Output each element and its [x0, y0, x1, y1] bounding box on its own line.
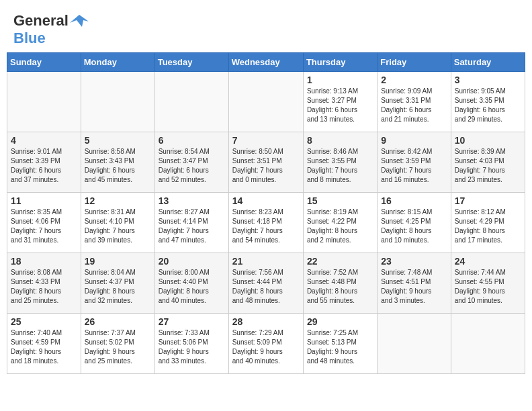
- day-info: Sunrise: 8:27 AM Sunset: 4:14 PM Dayligh…: [159, 208, 225, 245]
- day-info: Sunrise: 8:46 AM Sunset: 3:55 PM Dayligh…: [307, 147, 373, 185]
- calendar-day-cell: 16Sunrise: 8:15 AM Sunset: 4:25 PM Dayli…: [378, 193, 451, 253]
- day-number: 6: [159, 135, 225, 146]
- calendar-day-cell: 26Sunrise: 7:37 AM Sunset: 5:02 PM Dayli…: [81, 314, 154, 374]
- calendar-day-cell: 1Sunrise: 9:13 AM Sunset: 3:27 PM Daylig…: [303, 72, 377, 132]
- calendar-day-cell: 7Sunrise: 8:50 AM Sunset: 3:51 PM Daylig…: [228, 132, 303, 193]
- day-info: Sunrise: 8:19 AM Sunset: 4:22 PM Dayligh…: [307, 208, 373, 245]
- day-info: Sunrise: 8:23 AM Sunset: 4:18 PM Dayligh…: [232, 208, 300, 245]
- day-info: Sunrise: 8:31 AM Sunset: 4:10 PM Dayligh…: [85, 208, 151, 245]
- calendar-day-cell: 3Sunrise: 9:05 AM Sunset: 3:35 PM Daylig…: [451, 72, 525, 132]
- day-number: 2: [381, 75, 447, 85]
- day-info: Sunrise: 8:50 AM Sunset: 3:51 PM Dayligh…: [232, 147, 300, 185]
- calendar-day-cell: 17Sunrise: 8:12 AM Sunset: 4:29 PM Dayli…: [451, 193, 525, 253]
- day-number: 28: [232, 316, 300, 327]
- day-info: Sunrise: 8:42 AM Sunset: 3:59 PM Dayligh…: [381, 147, 447, 185]
- calendar-day-cell: 29Sunrise: 7:25 AM Sunset: 5:13 PM Dayli…: [303, 314, 377, 374]
- day-info: Sunrise: 9:01 AM Sunset: 3:39 PM Dayligh…: [11, 147, 77, 185]
- calendar-day-header: Friday: [378, 53, 451, 72]
- calendar-day-cell: [228, 72, 303, 132]
- day-info: Sunrise: 8:12 AM Sunset: 4:29 PM Dayligh…: [455, 208, 521, 245]
- calendar-week-row: 11Sunrise: 8:35 AM Sunset: 4:06 PM Dayli…: [7, 193, 525, 253]
- calendar-day-cell: 4Sunrise: 9:01 AM Sunset: 3:39 PM Daylig…: [7, 132, 81, 193]
- calendar-header-row: SundayMondayTuesdayWednesdayThursdayFrid…: [7, 53, 525, 72]
- calendar-day-cell: 6Sunrise: 8:54 AM Sunset: 3:47 PM Daylig…: [154, 132, 228, 193]
- day-number: 26: [85, 316, 151, 327]
- day-info: Sunrise: 7:40 AM Sunset: 4:59 PM Dayligh…: [11, 328, 77, 366]
- day-number: 23: [381, 256, 447, 267]
- calendar-day-header: Wednesday: [228, 53, 303, 72]
- day-number: 24: [455, 256, 521, 267]
- day-number: 22: [307, 256, 373, 267]
- calendar-week-row: 4Sunrise: 9:01 AM Sunset: 3:39 PM Daylig…: [7, 132, 525, 193]
- day-info: Sunrise: 7:44 AM Sunset: 4:55 PM Dayligh…: [455, 268, 521, 306]
- calendar-day-cell: 28Sunrise: 7:29 AM Sunset: 5:09 PM Dayli…: [228, 314, 303, 374]
- day-number: 13: [159, 195, 225, 206]
- calendar-day-cell: 19Sunrise: 8:04 AM Sunset: 4:37 PM Dayli…: [81, 253, 154, 314]
- calendar-day-cell: [154, 72, 228, 132]
- calendar-day-cell: 25Sunrise: 7:40 AM Sunset: 4:59 PM Dayli…: [7, 314, 81, 374]
- logo-blue-text: Blue: [13, 30, 46, 46]
- day-number: 25: [11, 316, 77, 327]
- day-number: 19: [85, 256, 151, 267]
- day-number: 12: [85, 195, 151, 206]
- calendar-day-cell: 11Sunrise: 8:35 AM Sunset: 4:06 PM Dayli…: [7, 193, 81, 253]
- day-number: 9: [381, 135, 447, 146]
- day-number: 11: [11, 195, 77, 206]
- day-info: Sunrise: 9:05 AM Sunset: 3:35 PM Dayligh…: [455, 87, 521, 124]
- calendar-day-cell: 10Sunrise: 8:39 AM Sunset: 4:03 PM Dayli…: [451, 132, 525, 193]
- logo-general-text: General: [13, 12, 69, 30]
- calendar-week-row: 25Sunrise: 7:40 AM Sunset: 4:59 PM Dayli…: [7, 314, 525, 374]
- calendar-day-header: Tuesday: [154, 53, 228, 72]
- day-info: Sunrise: 8:54 AM Sunset: 3:47 PM Dayligh…: [159, 147, 225, 185]
- header: General Blue: [7, 7, 525, 50]
- day-number: 21: [232, 256, 300, 267]
- calendar-day-header: Monday: [81, 53, 154, 72]
- calendar-day-cell: [451, 314, 525, 374]
- day-number: 1: [307, 75, 373, 85]
- day-number: 7: [232, 135, 300, 146]
- day-info: Sunrise: 7:56 AM Sunset: 4:44 PM Dayligh…: [232, 268, 300, 306]
- calendar-day-cell: 21Sunrise: 7:56 AM Sunset: 4:44 PM Dayli…: [228, 253, 303, 314]
- day-info: Sunrise: 7:33 AM Sunset: 5:06 PM Dayligh…: [159, 328, 225, 366]
- day-number: 18: [11, 256, 77, 267]
- day-info: Sunrise: 7:25 AM Sunset: 5:13 PM Dayligh…: [307, 328, 373, 366]
- calendar-day-cell: [378, 314, 451, 374]
- calendar-day-cell: 5Sunrise: 8:58 AM Sunset: 3:43 PM Daylig…: [81, 132, 154, 193]
- day-info: Sunrise: 7:48 AM Sunset: 4:51 PM Dayligh…: [381, 268, 447, 306]
- calendar-day-cell: 24Sunrise: 7:44 AM Sunset: 4:55 PM Dayli…: [451, 253, 525, 314]
- day-number: 10: [455, 135, 521, 146]
- day-number: 15: [307, 195, 373, 206]
- day-number: 5: [85, 135, 151, 146]
- calendar-day-cell: [7, 72, 81, 132]
- logo-bird-icon: [70, 13, 89, 28]
- logo: General Blue: [13, 12, 89, 47]
- day-number: 20: [159, 256, 225, 267]
- day-info: Sunrise: 8:58 AM Sunset: 3:43 PM Dayligh…: [85, 147, 151, 185]
- calendar-day-cell: [81, 72, 154, 132]
- calendar-day-cell: 18Sunrise: 8:08 AM Sunset: 4:33 PM Dayli…: [7, 253, 81, 314]
- calendar-day-header: Thursday: [303, 53, 377, 72]
- calendar-day-cell: 20Sunrise: 8:00 AM Sunset: 4:40 PM Dayli…: [154, 253, 228, 314]
- day-info: Sunrise: 8:04 AM Sunset: 4:37 PM Dayligh…: [85, 268, 151, 306]
- calendar-day-header: Sunday: [7, 53, 81, 72]
- calendar-week-row: 1Sunrise: 9:13 AM Sunset: 3:27 PM Daylig…: [7, 72, 525, 132]
- day-info: Sunrise: 8:35 AM Sunset: 4:06 PM Dayligh…: [11, 208, 77, 245]
- day-info: Sunrise: 8:08 AM Sunset: 4:33 PM Dayligh…: [11, 268, 77, 306]
- day-number: 3: [455, 75, 521, 85]
- calendar-day-cell: 2Sunrise: 9:09 AM Sunset: 3:31 PM Daylig…: [378, 72, 451, 132]
- day-number: 8: [307, 135, 373, 146]
- calendar-day-cell: 27Sunrise: 7:33 AM Sunset: 5:06 PM Dayli…: [154, 314, 228, 374]
- day-info: Sunrise: 8:39 AM Sunset: 4:03 PM Dayligh…: [455, 147, 521, 185]
- calendar-table: SundayMondayTuesdayWednesdayThursdayFrid…: [7, 52, 525, 374]
- day-info: Sunrise: 7:29 AM Sunset: 5:09 PM Dayligh…: [232, 328, 300, 366]
- calendar-week-row: 18Sunrise: 8:08 AM Sunset: 4:33 PM Dayli…: [7, 253, 525, 314]
- day-info: Sunrise: 7:52 AM Sunset: 4:48 PM Dayligh…: [307, 268, 373, 306]
- day-number: 29: [307, 316, 373, 327]
- calendar-day-cell: 12Sunrise: 8:31 AM Sunset: 4:10 PM Dayli…: [81, 193, 154, 253]
- day-number: 27: [159, 316, 225, 327]
- svg-marker-0: [70, 15, 89, 27]
- calendar-day-cell: 22Sunrise: 7:52 AM Sunset: 4:48 PM Dayli…: [303, 253, 377, 314]
- calendar-day-cell: 15Sunrise: 8:19 AM Sunset: 4:22 PM Dayli…: [303, 193, 377, 253]
- day-number: 16: [381, 195, 447, 206]
- day-info: Sunrise: 8:00 AM Sunset: 4:40 PM Dayligh…: [159, 268, 225, 306]
